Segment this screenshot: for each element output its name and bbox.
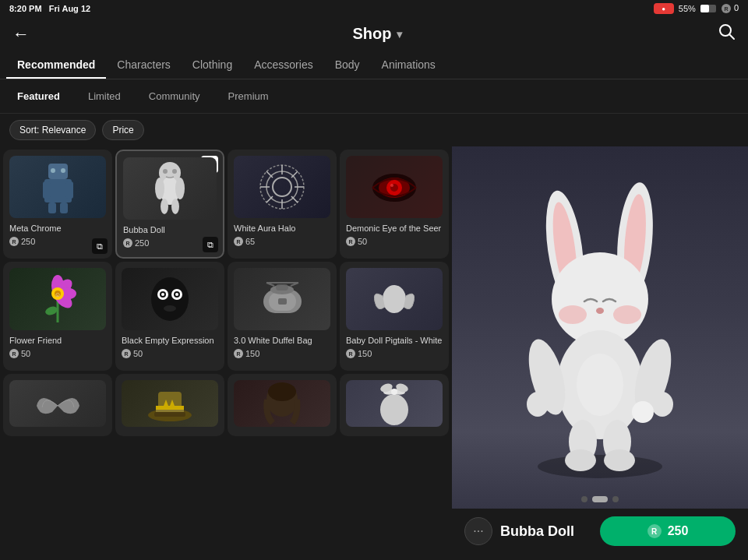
- robux-icon-2: R: [123, 238, 132, 248]
- status-bar: 8:20 PM Fri Aug 12 ● 55% R 0: [0, 0, 748, 17]
- item-image-white-aura: [234, 156, 330, 218]
- subnav-limited[interactable]: Limited: [77, 86, 132, 107]
- robux-icon-4: R: [346, 237, 355, 246]
- svg-point-61: [383, 285, 406, 313]
- copy-icon-bubba-doll: ⧉: [203, 237, 218, 252]
- sort-button[interactable]: Sort: Relevance: [9, 120, 96, 140]
- buy-robux-icon: R: [647, 524, 662, 538]
- robux-icon-3: R: [234, 237, 243, 246]
- item-image-black-empty: [122, 268, 218, 330]
- shop-panel: ⧉ Meta Chrome R 250 ✓: [0, 146, 452, 554]
- svg-rect-60: [278, 298, 287, 305]
- subnav-community[interactable]: Community: [138, 86, 211, 107]
- shop-item-duffel-bag[interactable]: 3.0 White Duffel Bag R 150: [228, 262, 337, 371]
- svg-point-10: [51, 168, 55, 173]
- tab-animations[interactable]: Animations: [371, 51, 446, 79]
- svg-point-50: [161, 293, 164, 296]
- svg-rect-6: [43, 181, 51, 199]
- tab-clothing[interactable]: Clothing: [182, 51, 243, 79]
- item-price-baby-doll: R 150: [346, 349, 443, 358]
- svg-point-71: [380, 394, 408, 425]
- shop-item-bubba-doll[interactable]: ✓ ⧉ Bubba Doll: [115, 150, 224, 259]
- svg-point-75: [538, 455, 662, 478]
- svg-point-86: [527, 392, 549, 417]
- shop-item-black-empty[interactable]: Black Empty Expression R 50: [115, 262, 224, 371]
- robux-balance: R 0: [721, 3, 739, 14]
- item-image-duffel: [234, 268, 330, 330]
- item-image-baby-doll: [346, 268, 443, 330]
- item-price-duffel: R 150: [234, 349, 330, 358]
- item-name-white-aura: White Aura Halo: [234, 223, 330, 234]
- shop-item-baby-doll-pigtails[interactable]: Baby Doll Pigtails - White R 150: [340, 262, 449, 371]
- svg-point-15: [175, 178, 185, 199]
- dot-1[interactable]: [581, 496, 587, 502]
- robux-icon-7: R: [234, 349, 243, 358]
- svg-point-94: [632, 401, 654, 423]
- tab-characters[interactable]: Characters: [106, 51, 181, 79]
- tab-accessories[interactable]: Accessories: [243, 51, 323, 79]
- preview-character: [452, 146, 748, 490]
- shop-item-gold-hat[interactable]: [115, 374, 224, 436]
- subnav-premium[interactable]: Premium: [217, 86, 280, 107]
- svg-point-35: [390, 184, 393, 187]
- copy-icon-meta-chrome: ⧉: [92, 238, 108, 254]
- svg-point-22: [273, 178, 291, 196]
- preview-item-name: Bubba Doll: [500, 523, 592, 540]
- shop-item-demonic-eye[interactable]: Demonic Eye of the Seer R 50: [340, 150, 449, 259]
- shop-item-wings[interactable]: [3, 374, 112, 436]
- svg-point-52: [164, 305, 176, 312]
- robux-icon-8: R: [346, 349, 355, 358]
- shop-item-bow-hair[interactable]: [340, 374, 449, 436]
- svg-point-82: [613, 305, 641, 324]
- record-indicator: ●: [654, 3, 674, 14]
- svg-rect-9: [60, 203, 68, 213]
- preview-footer: ··· Bubba Doll R 250: [452, 509, 748, 554]
- svg-point-51: [175, 293, 178, 296]
- item-price-demonic-eye: R 50: [346, 237, 443, 246]
- shop-title-text: Shop: [353, 25, 392, 43]
- shop-dropdown-icon[interactable]: ▾: [397, 28, 402, 41]
- search-button[interactable]: [718, 23, 736, 44]
- svg-point-17: [171, 199, 179, 214]
- battery-icon: [700, 5, 716, 12]
- svg-rect-8: [48, 203, 56, 213]
- item-price-black-empty: R 50: [122, 349, 218, 358]
- item-name-black-empty: Black Empty Expression: [122, 335, 218, 346]
- dot-3[interactable]: [612, 496, 619, 502]
- item-image-hair: [234, 380, 330, 427]
- svg-point-72: [391, 389, 397, 395]
- svg-point-90: [565, 449, 596, 471]
- item-name-duffel: 3.0 White Duffel Bag: [234, 335, 330, 346]
- svg-rect-66: [156, 406, 184, 410]
- svg-rect-65: [154, 412, 185, 417]
- subnav-featured[interactable]: Featured: [6, 86, 71, 107]
- status-right: ● 55% R 0: [654, 3, 739, 14]
- svg-point-14: [155, 178, 164, 199]
- battery-percent: 55%: [679, 4, 696, 13]
- item-name-demonic-eye: Demonic Eye of the Seer: [346, 223, 443, 234]
- dot-2[interactable]: [592, 496, 608, 502]
- shop-item-flower-friend[interactable]: ☺ Flower Friend R 50: [3, 262, 112, 371]
- tab-recommended[interactable]: Recommended: [6, 51, 106, 79]
- svg-line-3: [729, 34, 734, 39]
- robux-icon-6: R: [122, 349, 131, 358]
- shop-item-meta-chrome[interactable]: ⧉ Meta Chrome R 250: [3, 150, 112, 259]
- svg-point-92: [604, 449, 635, 471]
- shop-item-white-aura-halo[interactable]: White Aura Halo R 65: [228, 150, 337, 259]
- shop-title: Shop ▾: [353, 25, 402, 43]
- svg-point-16: [161, 199, 168, 214]
- item-image-bubba-doll: [123, 157, 217, 220]
- svg-point-70: [268, 382, 296, 401]
- preview-panel: ··· Bubba Doll R 250: [452, 146, 748, 554]
- shop-item-dark-hair[interactable]: [228, 374, 337, 436]
- buy-button[interactable]: R 250: [600, 516, 736, 546]
- status-time: 8:20 PM Fri Aug 12: [9, 4, 90, 13]
- back-button[interactable]: ←: [12, 24, 36, 44]
- item-name-baby-doll: Baby Doll Pigtails - White: [346, 335, 443, 346]
- more-options-button[interactable]: ···: [464, 517, 492, 545]
- item-image-wings: [9, 380, 106, 427]
- item-name-bubba-doll: Bubba Doll: [123, 224, 217, 235]
- price-filter-button[interactable]: Price: [102, 120, 143, 140]
- robux-icon-5: R: [9, 349, 19, 358]
- tab-body[interactable]: Body: [324, 51, 371, 79]
